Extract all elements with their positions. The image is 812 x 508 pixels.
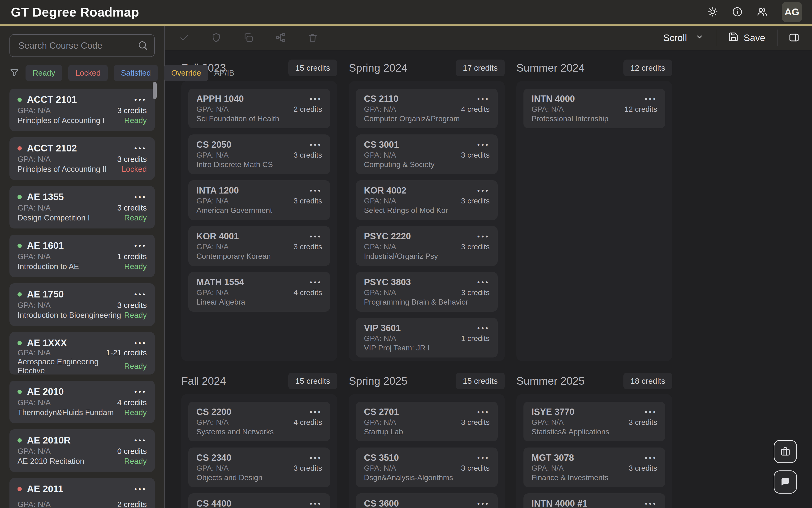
card-menu-button[interactable]: ••• [477, 454, 490, 461]
sidebar-scrollbar-thumb[interactable] [153, 82, 157, 99]
status-label: Ready [124, 262, 147, 271]
briefcase-button[interactable] [774, 440, 797, 463]
sidebar-course-card[interactable]: AE 1XXX ••• GPA: N/A 1-21 credits Aerosp… [9, 332, 155, 375]
filter-chip-satisfied[interactable]: Satisfied [114, 65, 158, 81]
card-menu-button[interactable]: ••• [645, 409, 657, 416]
users-button[interactable] [756, 6, 768, 18]
card-menu-button[interactable]: ••• [134, 96, 147, 103]
sidebar-course-card[interactable]: ACCT 2102 ••• GPA: N/A 3 credits Princip… [9, 137, 155, 180]
card-menu-button[interactable]: ••• [134, 388, 147, 395]
card-menu-button[interactable]: ••• [309, 409, 322, 416]
sidebar-course-card[interactable]: AE 2010 ••• GPA: N/A 4 credits Thermodyn… [9, 381, 155, 423]
card-menu-button[interactable]: ••• [134, 340, 147, 347]
avatar[interactable]: AG [782, 2, 802, 22]
card-menu-button[interactable]: ••• [309, 141, 322, 149]
board-course-card[interactable]: CS 2110 ••• GPA: N/A 4 credits Computer … [356, 89, 498, 128]
board-course-card[interactable]: CS 2200 ••• GPA: N/A 4 credits Systems a… [188, 402, 330, 441]
status-dot [17, 97, 22, 102]
card-menu-button[interactable]: ••• [477, 500, 490, 507]
shield-button[interactable] [211, 32, 222, 43]
board-course-card[interactable]: KOR 4002 ••• GPA: N/A 3 credits Select R… [356, 180, 498, 220]
filter-chip-apib[interactable]: AP/IB [214, 69, 234, 78]
theme-toggle-button[interactable] [707, 6, 719, 18]
card-menu-button[interactable]: ••• [134, 485, 147, 493]
semester-credits-badge: 17 credits [456, 59, 505, 76]
card-menu-button[interactable]: ••• [134, 145, 147, 152]
board-course-card[interactable]: KOR 4001 ••• GPA: N/A 3 credits Contempo… [188, 226, 330, 266]
sidebar-course-card[interactable]: ACCT 2101 ••• GPA: N/A 3 credits Princip… [9, 89, 155, 131]
course-credits: 1 credits [461, 334, 490, 343]
sidebar-course-card[interactable]: AE 1355 ••• GPA: N/A 3 credits Design Co… [9, 186, 155, 228]
board-course-card[interactable]: CS 3001 ••• GPA: N/A 3 credits Computing… [356, 134, 498, 174]
check-button[interactable] [178, 32, 190, 43]
gpa-label: GPA: N/A [531, 464, 564, 473]
semester-card-container: APPH 1040 ••• GPA: N/A 2 credits Sci Fou… [181, 81, 337, 361]
share-button[interactable] [275, 32, 286, 43]
card-menu-button[interactable]: ••• [645, 95, 657, 102]
status-dot [17, 438, 22, 442]
board-course-card[interactable]: CS 3600 ••• GPA: N/A [356, 493, 498, 508]
semester-credits-badge: 15 credits [288, 373, 337, 389]
board-course-card[interactable]: INTA 1200 ••• GPA: N/A 3 credits America… [188, 180, 330, 220]
board-course-card[interactable]: CS 4400 ••• GPA: N/A [188, 493, 330, 508]
board-course-card[interactable]: INTN 4000 #1 ••• GPA: N/A [523, 493, 665, 508]
card-menu-button[interactable]: ••• [309, 500, 322, 507]
gpa-label: GPA: N/A [364, 197, 396, 205]
board-course-card[interactable]: MGT 3078 ••• GPA: N/A 3 credits Finance … [523, 448, 665, 487]
course-name: Dsgn&Analysis-Algorithms [364, 473, 453, 482]
copy-button[interactable] [243, 32, 254, 43]
card-menu-button[interactable]: ••• [477, 325, 490, 332]
save-button[interactable]: Save [727, 32, 767, 44]
card-menu-button[interactable]: ••• [645, 454, 657, 461]
card-menu-button[interactable]: ••• [477, 95, 490, 102]
sidebar-course-card[interactable]: AE 1750 ••• GPA: N/A 3 credits Introduct… [9, 283, 155, 326]
filter-chip-ready[interactable]: Ready [26, 65, 62, 81]
board-course-card[interactable]: APPH 1040 ••• GPA: N/A 2 credits Sci Fou… [188, 89, 330, 128]
card-menu-button[interactable]: ••• [309, 187, 322, 194]
card-menu-button[interactable]: ••• [134, 291, 147, 298]
card-menu-button[interactable]: ••• [477, 141, 490, 149]
sidebar-course-card[interactable]: AE 2010R ••• GPA: N/A 0 credits AE 2010 … [9, 429, 155, 472]
card-menu-button[interactable]: ••• [134, 437, 147, 444]
card-menu-button[interactable]: ••• [134, 242, 147, 249]
card-menu-button[interactable]: ••• [134, 194, 147, 201]
course-code: AE 2011 [27, 484, 63, 494]
filter-chip-locked[interactable]: Locked [68, 65, 108, 81]
course-name: Industrial/Organiz Psy [364, 252, 438, 261]
scroll-mode-select[interactable]: Scroll [662, 32, 706, 44]
card-menu-button[interactable]: ••• [477, 187, 490, 194]
sidebar-course-card[interactable]: AE 1601 ••• GPA: N/A 1 credits Introduct… [9, 235, 155, 277]
board-course-card[interactable]: PSYC 3803 ••• GPA: N/A 3 credits Program… [356, 272, 498, 312]
course-name: Introduction to AE [17, 262, 79, 271]
board-course-card[interactable]: CS 2050 ••• GPA: N/A 3 credits Intro Dis… [188, 134, 330, 174]
board-course-card[interactable]: VIP 3601 ••• GPA: N/A 1 credits VIP Proj… [356, 318, 498, 357]
board-course-card[interactable]: ISYE 3770 ••• GPA: N/A 3 credits Statist… [523, 402, 665, 441]
board-course-card[interactable]: MATH 1554 ••• GPA: N/A 4 credits Linear … [188, 272, 330, 312]
sidebar-course-card[interactable]: AE 2011 ••• GPA: N/A 2 credits [9, 478, 155, 508]
course-code: CS 3001 [364, 140, 399, 150]
board-course-card[interactable]: CS 2340 ••• GPA: N/A 3 credits Objects a… [188, 448, 330, 487]
filter-chip-override[interactable]: Override [164, 65, 208, 81]
card-menu-button[interactable]: ••• [309, 233, 322, 240]
gpa-label: GPA: N/A [17, 204, 51, 212]
filter-funnel-icon[interactable] [9, 68, 19, 78]
board-course-card[interactable]: CS 2701 ••• GPA: N/A 3 credits Startup L… [356, 402, 498, 441]
card-menu-button[interactable]: ••• [309, 454, 322, 461]
board-course-card[interactable]: CS 3510 ••• GPA: N/A 3 credits Dsgn&Anal… [356, 448, 498, 487]
panel-toggle-button[interactable] [788, 32, 800, 44]
board-course-card[interactable]: INTN 4000 ••• GPA: N/A 12 credits Profes… [523, 89, 665, 128]
card-menu-button[interactable]: ••• [309, 279, 322, 286]
trash-button[interactable] [307, 32, 318, 43]
card-menu-button[interactable]: ••• [477, 279, 490, 286]
info-button[interactable] [731, 6, 743, 18]
board-course-card[interactable]: PSYC 2220 ••• GPA: N/A 3 credits Industr… [356, 226, 498, 266]
card-menu-button[interactable]: ••• [477, 409, 490, 416]
card-menu-button[interactable]: ••• [645, 500, 657, 507]
chat-button[interactable] [774, 470, 797, 494]
card-menu-button[interactable]: ••• [477, 233, 490, 240]
search-input[interactable] [9, 34, 155, 57]
chevron-down-icon [695, 32, 704, 43]
status-label: Ready [124, 362, 147, 371]
card-menu-button[interactable]: ••• [309, 95, 322, 102]
status-dot [17, 390, 22, 394]
